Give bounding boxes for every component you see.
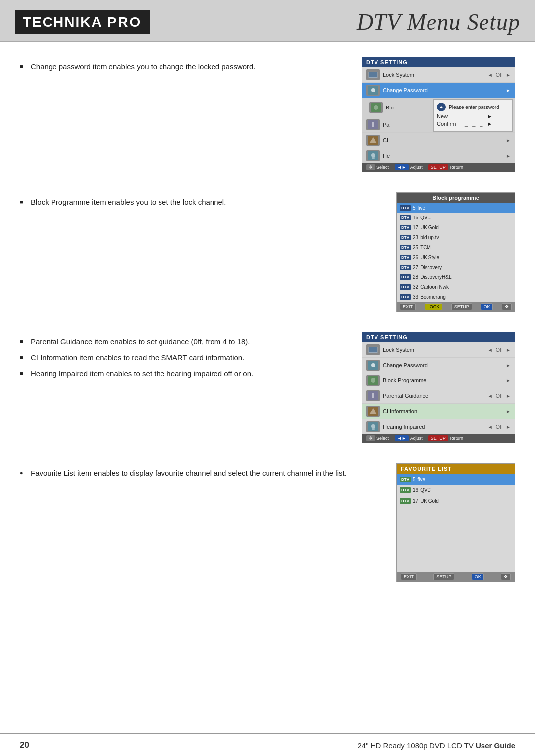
dtv-row-ci[interactable]: CI ►	[362, 133, 515, 148]
fav-exit-btn[interactable]: EXIT	[401, 573, 417, 580]
block-ch-name-5: UK Style	[420, 255, 439, 260]
block-ch-num-2: 17	[413, 225, 418, 230]
s3-row-hearing[interactable]: Hearing Impaired ◄ Off ►	[362, 419, 515, 434]
dialog-confirm-label: Confirm	[437, 121, 462, 127]
section4-text: Favourite List item enables to display f…	[20, 463, 347, 483]
svg-point-4	[371, 88, 375, 92]
dialog-confirm-dots: _ _ _	[465, 121, 484, 127]
s3-row-lock-label: Lock System	[383, 347, 485, 353]
fav-row-0[interactable]: DTV 5 five	[397, 474, 515, 485]
fav-ch-name-2: UK Gold	[420, 498, 439, 504]
s3-row-ci[interactable]: CI Information ►	[362, 404, 515, 419]
section1-bullet: Change password item enables you to chan…	[20, 61, 347, 73]
block-ch-num-6: 27	[413, 265, 418, 270]
block-ch-name-0: five	[418, 205, 426, 211]
dtv-icon-satellite	[369, 102, 383, 113]
block-row-0[interactable]: DTV 5 five	[397, 203, 515, 213]
footer-guide-bold: User Guide	[476, 741, 515, 750]
footer-return-btn[interactable]: SETUP	[428, 164, 448, 170]
section3-bullet-2: CI Information item enables to read the …	[20, 352, 347, 364]
block-panel-header: Block programme	[397, 193, 515, 203]
fav-row-empty-4	[397, 539, 515, 550]
s3-row-password[interactable]: Change Password ►	[362, 358, 515, 373]
fav-row-empty-5	[397, 550, 515, 561]
logo-technika: TECHNIKA	[23, 14, 103, 30]
svg-rect-2	[369, 72, 377, 77]
s3-icon-settings	[366, 360, 380, 371]
section3-row: Parental Guidance item enables to set gu…	[20, 332, 515, 443]
s3-row-parental-value: Off	[496, 393, 503, 399]
fav-row-empty-1	[397, 506, 515, 517]
footer-page-number: 20	[20, 740, 29, 750]
block-ch-num-8: 32	[413, 284, 418, 290]
dtv-row-he[interactable]: He ►	[362, 148, 515, 163]
block-row-3[interactable]: DTV 23 bid-up.tv	[397, 232, 515, 242]
dtv-row-lock-value: Off	[496, 72, 503, 78]
fav-row-1[interactable]: DTV 16 QVC	[397, 485, 515, 495]
footer-adjust-btn[interactable]: ◄►	[395, 164, 409, 170]
s3-row-lock[interactable]: Lock System ◄ Off ►	[362, 342, 515, 358]
block-nav-btn[interactable]: ❖	[502, 303, 512, 310]
block-lock-btn[interactable]: LOCK	[425, 303, 443, 310]
s3-row-block[interactable]: Block Programme ►	[362, 373, 515, 388]
block-row-1[interactable]: DTV 16 QVC	[397, 213, 515, 222]
section3-bullet-3: Hearing Impaired item enables to set the…	[20, 368, 347, 379]
dtv-icon-tv	[366, 69, 380, 80]
fav-ch-num-1: 16	[413, 487, 418, 493]
fav-footer: EXIT SETUP OK ❖	[397, 572, 515, 582]
block-row-8[interactable]: DTV 32 Cartoon Nwk	[397, 282, 515, 292]
block-ch-num-5: 26	[413, 255, 418, 260]
section4-row: Favourite List item enables to display f…	[20, 463, 515, 582]
fav-row-empty-2	[397, 517, 515, 528]
section1-row: Change password item enables you to chan…	[20, 57, 515, 172]
block-ok-btn[interactable]: OK	[481, 303, 493, 310]
fav-panel-header: FAVOURITE LIST	[397, 464, 515, 474]
dtv-row-change-password[interactable]: Change Password ►	[362, 83, 515, 98]
block-row-5[interactable]: DTV 26 UK Style	[397, 252, 515, 262]
svg-rect-21	[372, 393, 374, 398]
dtv-row-lock[interactable]: Lock System ◄ Off ►	[362, 67, 515, 83]
block-row-2[interactable]: DTV 17 UK Gold	[397, 222, 515, 232]
fav-nav-btn[interactable]: ❖	[501, 573, 511, 580]
section3-bullet-1: Parental Guidance item enables to set gu…	[20, 336, 347, 348]
s3-icon-hearing	[366, 421, 380, 432]
block-ch-name-9: Boomerang	[420, 294, 446, 300]
s3-row-password-label: Change Password	[383, 362, 503, 368]
s3-footer-return-btn[interactable]: SETUP	[428, 435, 448, 441]
footer-return-label: Return	[450, 165, 463, 170]
s3-footer-adjust-label: Adjust	[410, 436, 423, 441]
block-row-4[interactable]: DTV 25 TCM	[397, 242, 515, 252]
s3-icon-satellite	[366, 375, 380, 386]
s3-row-hearing-label: Hearing Impaired	[383, 424, 485, 430]
block-row-6[interactable]: DTV 27 Discovery	[397, 262, 515, 272]
block-row-7[interactable]: DTV 28 DiscoveryH&L	[397, 272, 515, 282]
s3-row-parental[interactable]: Parental Guidance ◄ Off ►	[362, 388, 515, 404]
section3-widget: DTV SETTING Lock System ◄ Off ►	[362, 332, 515, 443]
block-ch-name-3: bid-up.tv	[420, 235, 439, 240]
block-row-9[interactable]: DTV 33 Boomerang	[397, 292, 515, 302]
block-channel-list: DTV 5 five DTV 16 QVC DTV 17 UK Gold	[397, 203, 515, 302]
logo-pro: PRO	[107, 14, 142, 30]
block-ch-name-1: QVC	[420, 215, 431, 220]
block-setup-btn[interactable]: SETUP	[451, 303, 472, 310]
section3-text: Parental Guidance item enables to set gu…	[20, 332, 347, 383]
dtv-setting-panel-3: DTV SETTING Lock System ◄ Off ►	[362, 332, 515, 443]
s3-footer-select-btn[interactable]: ❖	[366, 435, 375, 441]
fav-row-2[interactable]: DTV 17 UK Gold	[397, 495, 515, 506]
s3-footer-return-label: Return	[450, 436, 463, 441]
fav-setup-btn[interactable]: SETUP	[433, 573, 454, 580]
section1-text: Change password item enables you to chan…	[20, 57, 347, 77]
svg-point-19	[371, 378, 375, 383]
footer-guide: 24" HD Ready 1080p DVD LCD TV User Guide	[357, 741, 515, 750]
svg-rect-15	[369, 347, 377, 352]
s3-footer-adjust-btn[interactable]: ◄►	[395, 435, 409, 441]
block-exit-btn[interactable]: EXIT	[400, 303, 416, 310]
svg-rect-26	[372, 428, 374, 430]
footer-select-btn[interactable]: ❖	[366, 164, 375, 170]
fav-ok-btn[interactable]: OK	[472, 573, 484, 580]
block-programme-panel: Block programme DTV 5 five DTV 16 QVC DT…	[396, 192, 515, 312]
footer-select-label: Select	[376, 165, 389, 170]
section2-text: Block Programme item enables you to set …	[20, 192, 347, 212]
dtv-panel-body-1: Lock System ◄ Off ► Change Pa	[362, 67, 515, 163]
s3-row-parental-label: Parental Guidance	[383, 393, 485, 399]
